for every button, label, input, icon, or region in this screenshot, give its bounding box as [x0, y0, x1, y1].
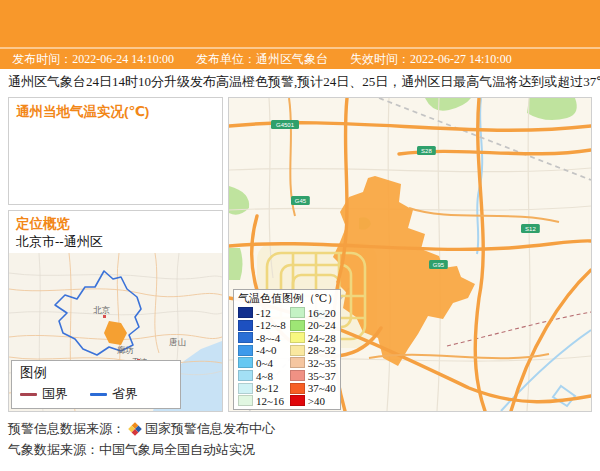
temp-legend-row: -8~-4 [238, 331, 286, 344]
footer-line1-prefix: 预警信息数据来源： [8, 420, 125, 438]
temp-legend-row: 8~12 [238, 382, 286, 395]
footer-line1-source: 国家预警信息发布中心 [145, 420, 275, 438]
location-panel: 定位概览 北京市--通州区 [8, 210, 223, 412]
temp-legend-col-right: 16~2020~2424~2828~3232~3535~3737~40>40 [290, 306, 336, 407]
beijing-dot [103, 315, 106, 318]
temp-swatch [238, 332, 253, 343]
temp-swatch [238, 307, 253, 318]
temp-range-label: 12~16 [256, 395, 284, 407]
mini-map-legend: 图例 国界省界 [11, 360, 181, 409]
temp-legend: 气温色值图例（℃） -12-12~-8-8~-4-4~00~44~88~1212… [233, 289, 341, 410]
temp-legend-row: -4~0 [238, 344, 286, 357]
mini-map[interactable]: 北京天津廊坊唐山 图例 国界省界 [9, 253, 222, 411]
mini-legend-title: 图例 [20, 364, 172, 382]
npwic-logo-icon [128, 422, 142, 436]
temp-range-label: -4~0 [256, 344, 277, 356]
temp-swatch [290, 370, 305, 381]
footer-warning-source: 预警信息数据来源： 国家预警信息发布中心 [8, 420, 275, 438]
temp-range-label: 24~28 [308, 332, 336, 344]
mini-legend-item: 国界 [20, 385, 68, 403]
temp-swatch [238, 345, 253, 356]
expire-time: 失效时间：2022-06-27 14:10:00 [350, 51, 512, 68]
mini-legend-item: 省界 [90, 385, 138, 403]
temp-range-label: -8~-4 [256, 332, 280, 344]
local-temp-panel: 通州当地气温实况(℃) [8, 97, 223, 205]
boundary-label: 国界 [42, 385, 68, 403]
publish-unit: 发布单位：通州区气象台 [196, 51, 328, 68]
svg-text:G45: G45 [295, 198, 307, 204]
temp-legend-row: >40 [290, 394, 336, 407]
temp-swatch [290, 345, 305, 356]
mini-legend-items: 国界省界 [20, 385, 172, 403]
temp-range-label: 8~12 [256, 382, 278, 394]
warning-page: 发布时间：2022-06-24 14:10:00 发布单位：通州区气象台 失效时… [0, 0, 600, 471]
temp-legend-row: -12~-8 [238, 319, 286, 332]
temp-legend-row: 0~4 [238, 357, 286, 370]
header-banner [0, 0, 600, 47]
temp-legend-row: 28~32 [290, 344, 336, 357]
temp-legend-row: -12 [238, 306, 286, 319]
road-shield: S12 [521, 224, 540, 233]
temp-range-label: -12~-8 [256, 319, 286, 331]
temp-swatch [290, 320, 305, 331]
svg-text:S12: S12 [525, 226, 536, 232]
temp-range-label: 4~8 [256, 370, 273, 382]
svg-text:S28: S28 [421, 148, 432, 154]
footer-weather-source: 气象数据来源：中国气象局全国自动站实况 [8, 441, 255, 459]
temp-swatch [290, 395, 305, 406]
temp-swatch [290, 357, 305, 368]
temp-legend-row: 32~35 [290, 357, 336, 370]
road-shield: S28 [417, 146, 436, 155]
temp-legend-row: 12~16 [238, 394, 286, 407]
temp-range-label: 35~37 [308, 370, 336, 382]
temp-swatch [290, 307, 305, 318]
temp-swatch [238, 383, 253, 394]
temp-legend-row: 35~37 [290, 369, 336, 382]
local-temp-title: 通州当地气温实况(℃) [16, 103, 215, 120]
temp-legend-row: 37~40 [290, 382, 336, 395]
temp-legend-row: 20~24 [290, 319, 336, 332]
city-label: 唐山 [169, 337, 186, 347]
temp-range-label: 0~4 [256, 357, 273, 369]
city-label: 北京 [93, 305, 111, 315]
temp-range-label: 28~32 [308, 344, 336, 356]
boundary-line-swatch [20, 393, 37, 396]
temp-legend-row: 16~20 [290, 306, 336, 319]
temp-swatch [238, 357, 253, 368]
temp-swatch [238, 370, 253, 381]
temp-range-label: 16~20 [308, 307, 336, 319]
location-title: 定位概览 [16, 215, 215, 232]
warning-text: 通州区气象台24日14时10分升级发布高温橙色预警,预计24日、25日，通州区日… [8, 73, 594, 91]
temp-legend-row: 4~8 [238, 369, 286, 382]
temp-range-label: 32~35 [308, 357, 336, 369]
temp-legend-row: 24~28 [290, 331, 336, 344]
city-label: 廊坊 [117, 345, 134, 355]
temp-range-label: 20~24 [308, 319, 336, 331]
road-shield: G45 [291, 196, 310, 205]
temp-range-label: -12 [256, 307, 271, 319]
location-value: 北京市--通州区 [16, 233, 215, 250]
temp-swatch [238, 395, 253, 406]
svg-text:G95: G95 [433, 262, 445, 268]
svg-text:G4501: G4501 [276, 122, 295, 128]
main-map[interactable]: G4501S28G45S12G1G95 气温色值图例（℃） -12-12~-8-… [228, 97, 592, 412]
temp-swatch [238, 320, 253, 331]
road-shield: G95 [429, 260, 448, 269]
temp-legend-title: 气温色值图例（℃） [238, 292, 337, 305]
boundary-label: 省界 [112, 385, 138, 403]
temp-legend-col-left: -12-12~-8-8~-4-4~00~44~88~1212~16 [238, 306, 286, 407]
temp-range-label: >40 [308, 395, 325, 407]
temp-swatch [290, 332, 305, 343]
temp-swatch [290, 383, 305, 394]
publish-info-bar: 发布时间：2022-06-24 14:10:00 发布单位：通州区气象台 失效时… [0, 49, 600, 69]
road-shield: G4501 [271, 120, 299, 129]
publish-time: 发布时间：2022-06-24 14:10:00 [12, 51, 174, 68]
temp-range-label: 37~40 [308, 382, 336, 394]
boundary-line-swatch [90, 393, 107, 396]
